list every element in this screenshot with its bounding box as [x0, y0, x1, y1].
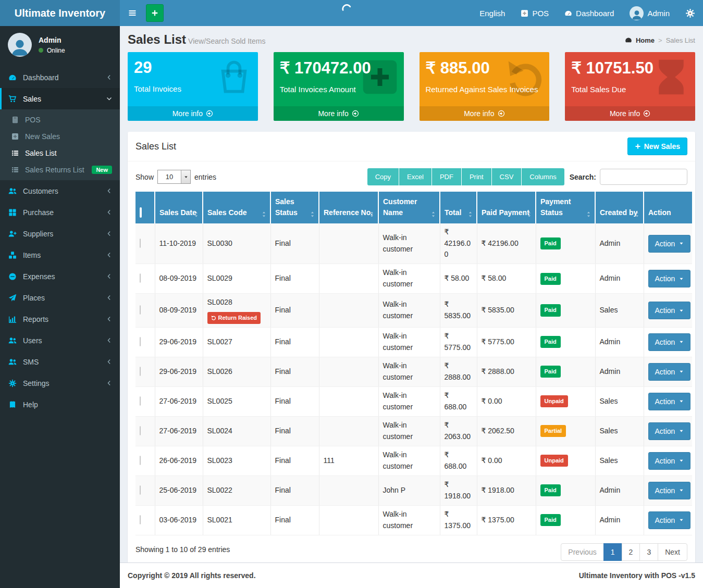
column-header-customer-name[interactable]: Customer Name [378, 192, 440, 223]
sidebar-item-users[interactable]: Users [0, 330, 120, 351]
pagination-page-2[interactable]: 2 [622, 543, 640, 561]
row-action-button[interactable]: Action [648, 482, 691, 499]
calculator-icon [11, 116, 19, 123]
cell-total: ₹ 1918.00 [440, 476, 477, 505]
sidebar-item-dashboard[interactable]: Dashboard [0, 67, 120, 88]
entries-label: entries [194, 173, 216, 181]
column-header-sales-status[interactable]: Sales Status [270, 192, 319, 223]
sidebar-subitem-pos[interactable]: POS [0, 111, 120, 128]
row-checkbox[interactable] [140, 367, 141, 376]
sidebar-toggle-button[interactable] [120, 0, 145, 26]
row-checkbox[interactable] [140, 305, 141, 315]
row-action-button[interactable]: Action [648, 270, 691, 287]
pagination-previous[interactable]: Previous [561, 543, 603, 561]
users-icon [8, 336, 17, 345]
select-all-checkbox[interactable] [140, 207, 142, 218]
column-header-created-by[interactable]: Created by [595, 192, 644, 223]
nav-language[interactable]: English [472, 0, 513, 26]
sidebar-item-suppliers[interactable]: Suppliers [0, 223, 120, 244]
export-copy-button[interactable]: Copy [367, 168, 399, 185]
chevron-left-icon [106, 380, 112, 386]
row-checkbox[interactable] [140, 337, 141, 346]
main-footer: Copyright © 2019 All rights reserved. Ul… [120, 562, 703, 588]
more-info-link[interactable]: More info [128, 106, 258, 121]
row-action-button[interactable]: Action [648, 511, 691, 529]
chevron-left-icon [106, 74, 112, 80]
breadcrumb-home[interactable]: Home [636, 36, 655, 44]
sidebar-subitem-label: Sales List [25, 149, 57, 157]
column-header-reference-no[interactable]: Reference No. [319, 192, 378, 223]
export-excel-button[interactable]: Excel [399, 168, 432, 185]
cell-customer-name: Walk-in customer [378, 357, 440, 386]
row-checkbox[interactable] [140, 456, 141, 465]
row-checkbox[interactable] [140, 426, 141, 435]
sidebar-menu: DashboardSalesPOSNew SalesSales ListSale… [0, 67, 120, 415]
cell-sales-code: SL0023 [203, 446, 270, 476]
row-action-button[interactable]: Action [648, 393, 691, 410]
cell-sales-status: Final [270, 294, 319, 328]
page-subtitle: View/Search Sold Items [188, 37, 265, 45]
sidebar-subitem-new-sales[interactable]: New Sales [0, 128, 120, 145]
sidebar-subitem-sales-list[interactable]: Sales List [0, 145, 120, 161]
pagination-page-1[interactable]: 1 [603, 543, 622, 561]
sidebar-item-expenses[interactable]: Expenses [0, 266, 120, 287]
cell-paid-payment: ₹ 0.00 [477, 386, 536, 416]
row-checkbox[interactable] [140, 239, 141, 248]
quick-add-button[interactable] [146, 4, 164, 22]
sidebar-user-panel: Admin Online [0, 26, 120, 64]
more-info-link[interactable]: More info [565, 106, 695, 121]
sidebar-subitem-sales-returns-list[interactable]: Sales Returns ListNew [0, 161, 120, 178]
payment-status-badge: Unpaid [540, 455, 568, 467]
row-checkbox[interactable] [140, 273, 141, 283]
nav-pos[interactable]: POS [513, 0, 557, 26]
sidebar-item-sales[interactable]: Sales [0, 88, 120, 109]
search-input[interactable] [600, 169, 687, 185]
column-header-sales-date[interactable]: Sales Date [155, 192, 203, 223]
row-checkbox[interactable] [140, 396, 141, 406]
sidebar-item-help[interactable]: Help [0, 394, 120, 415]
sidebar-item-places[interactable]: Places [0, 287, 120, 308]
nav-settings[interactable] [677, 0, 703, 26]
nav-dashboard[interactable]: Dashboard [557, 0, 622, 26]
column-header-paid-payment[interactable]: Paid Payment [477, 192, 536, 223]
new-sales-button[interactable]: New Sales [627, 137, 687, 155]
breadcrumb: Home > Sales List [625, 36, 695, 44]
user-avatar-small [630, 6, 644, 20]
export-csv-button[interactable]: CSV [492, 168, 522, 185]
column-header-sales-code[interactable]: Sales Code [203, 192, 270, 223]
row-action-button[interactable]: Action [648, 452, 691, 470]
row-checkbox[interactable] [140, 485, 141, 495]
caret-down-icon [679, 277, 684, 281]
sidebar-item-sms[interactable]: SMS [0, 351, 120, 372]
column-header-total[interactable]: Total [440, 192, 477, 223]
sort-icon [193, 211, 200, 218]
brand-title[interactable]: Ultimate Inventory [0, 0, 120, 26]
row-action-button[interactable]: Action [648, 302, 691, 319]
export-columns-button[interactable]: Columns [522, 168, 564, 185]
cell-sales-code: SL0021 [203, 505, 270, 535]
sidebar-item-settings[interactable]: Settings [0, 372, 120, 394]
more-info-link[interactable]: More info [420, 106, 550, 121]
sidebar-item-customers[interactable]: Customers [0, 180, 120, 202]
cell-sales-date: 29-06-2019 [155, 327, 203, 357]
more-info-link[interactable]: More info [274, 106, 404, 121]
navbar-menu: English POS Dashboard Admin [472, 0, 703, 26]
nav-user-menu[interactable]: Admin [622, 0, 677, 26]
export-print-button[interactable]: Print [462, 168, 492, 185]
page-length-select[interactable]: 10 [157, 170, 191, 184]
show-label: Show [135, 173, 154, 181]
sidebar-subitem-label: POS [25, 116, 41, 124]
row-action-button[interactable]: Action [648, 235, 691, 253]
export-pdf-button[interactable]: PDF [432, 168, 462, 185]
sidebar-item-items[interactable]: Items [0, 244, 120, 266]
row-action-button[interactable]: Action [648, 333, 691, 351]
column-header-payment-status[interactable]: Payment Status [536, 192, 595, 223]
pagination-page-3[interactable]: 3 [639, 543, 658, 561]
row-checkbox[interactable] [140, 515, 141, 524]
row-action-button[interactable]: Action [648, 422, 691, 440]
sidebar-item-reports[interactable]: Reports [0, 308, 120, 330]
cell-sales-date: 11-10-2019 [155, 223, 203, 264]
pagination-next[interactable]: Next [658, 543, 687, 561]
row-action-button[interactable]: Action [648, 363, 691, 381]
sidebar-item-purchase[interactable]: Purchase [0, 202, 120, 223]
